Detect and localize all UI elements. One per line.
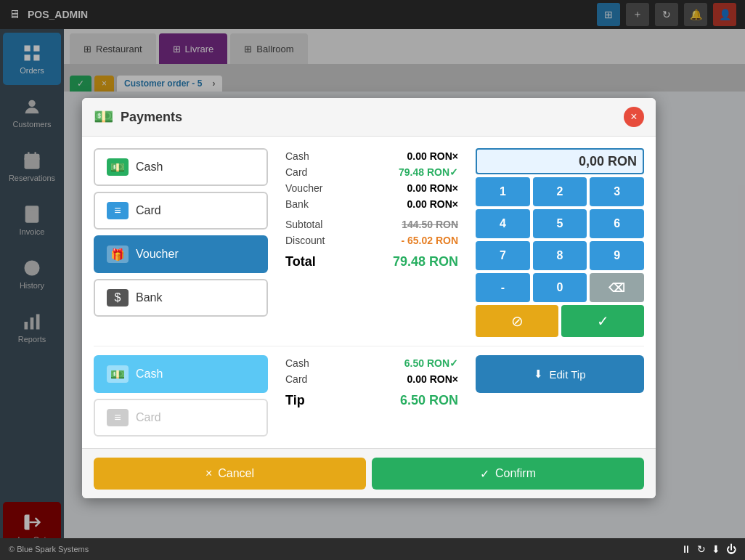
confirm-button[interactable]: ✓ Confirm	[372, 458, 644, 490]
num-2[interactable]: 2	[533, 177, 587, 206]
power-icon[interactable]: ⏻	[726, 543, 736, 555]
num-5[interactable]: 5	[533, 209, 587, 238]
tip-card-summary-value: 0.00 RON×	[407, 373, 458, 385]
subtotal-label: Subtotal	[285, 219, 322, 230]
num-9[interactable]: 9	[590, 241, 644, 270]
card-suffix: ✓	[449, 166, 458, 178]
tip-total-row: Tip 6.50 RON	[285, 390, 458, 411]
numpad-confirm-button[interactable]: ✓	[561, 305, 644, 337]
cancel-button[interactable]: × Cancel	[94, 458, 366, 490]
num-0[interactable]: 0	[533, 273, 587, 302]
card-amount: 79.48 RON	[399, 166, 449, 178]
bank-label: Bank	[136, 291, 162, 304]
cash-amount: 0.00 RON	[407, 150, 452, 162]
card-icon: ≡	[107, 202, 129, 219]
discount-value: - 65.02 RON	[401, 235, 458, 246]
download-icon[interactable]: ⬇	[712, 543, 720, 555]
subtotal-value: 144.50 RON	[402, 219, 458, 230]
voucher-label: Voucher	[136, 248, 179, 261]
bank-suffix: ×	[452, 198, 458, 210]
bank-summary-value: 0.00 RON×	[407, 198, 458, 210]
modal-header: 💵 Payments ×	[82, 98, 656, 137]
num-dash[interactable]: -	[476, 273, 530, 302]
voucher-icon: 🎁	[107, 245, 129, 263]
tip-card-button[interactable]: ≡ Card	[94, 399, 268, 437]
tip-card-amount: 0.00 RON	[407, 373, 452, 385]
tip-cash-suffix: ✓	[449, 357, 458, 369]
confirm-icon: ✓	[480, 467, 489, 481]
numpad-value: 0,00 RON	[579, 154, 637, 169]
edit-tip-button[interactable]: ⬇ Edit Tip	[476, 355, 644, 393]
cash-suffix: ×	[452, 150, 458, 162]
numpad-grid: 1 2 3 4 5 6 7 8 9 - 0 ⌫	[476, 177, 644, 302]
payment-buttons: 💵 Cash ≡ Card 🎁 Voucher $ Bank	[94, 148, 268, 337]
action-buttons: ⊘ ✓	[476, 305, 644, 337]
tip-total-label: Tip	[285, 393, 305, 408]
card-button[interactable]: ≡ Card	[94, 192, 268, 230]
tip-summary: Cash 6.50 RON✓ Card 0.00 RON× Tip 6.50 R…	[280, 355, 464, 437]
modal-body: 💵 Cash ≡ Card 🎁 Voucher $ Bank	[82, 137, 656, 448]
pause-icon[interactable]: ⏸	[681, 543, 691, 555]
num-1[interactable]: 1	[476, 177, 530, 206]
payments-modal: 💵 Payments × 💵 Cash ≡ Card 🎁 Voucher	[82, 98, 656, 498]
cash-summary-label: Cash	[285, 150, 309, 162]
num-8[interactable]: 8	[533, 241, 587, 270]
bank-icon: $	[107, 289, 129, 307]
cancel-label: Cancel	[218, 467, 254, 480]
tip-cash-icon: 💵	[107, 365, 129, 383]
backspace-button[interactable]: ⌫	[590, 273, 644, 302]
confirm-label: Confirm	[495, 467, 536, 480]
voucher-suffix: ×	[452, 182, 458, 194]
modal-title: Payments	[121, 110, 182, 125]
voucher-summary-label: Voucher	[285, 182, 322, 194]
cancel-icon: ×	[205, 467, 212, 480]
discount-row: Discount - 65.02 RON	[285, 232, 458, 248]
tip-card-label: Card	[136, 411, 161, 424]
tip-cash-summary-value: 6.50 RON✓	[404, 357, 458, 369]
bank-amount: 0.00 RON	[407, 198, 452, 210]
num-6[interactable]: 6	[590, 209, 644, 238]
subtotal-row: Subtotal 144.50 RON	[285, 216, 458, 232]
tip-cash-summary-label: Cash	[285, 357, 309, 369]
bottombar-icons: ⏸ ↻ ⬇ ⏻	[681, 543, 736, 555]
sync-icon[interactable]: ↻	[697, 543, 706, 555]
num-3[interactable]: 3	[590, 177, 644, 206]
bank-button[interactable]: $ Bank	[94, 279, 268, 317]
cash-summary-value: 0.00 RON×	[407, 150, 458, 162]
voucher-row: Voucher 0.00 RON×	[285, 180, 458, 196]
voucher-button[interactable]: 🎁 Voucher	[94, 235, 268, 273]
copyright: © Blue Spark Systems	[9, 545, 89, 553]
modal-close-button[interactable]: ×	[624, 107, 644, 127]
tip-card-row: Card 0.00 RON×	[285, 371, 458, 387]
bank-row: Bank 0.00 RON×	[285, 196, 458, 212]
card-label: Card	[136, 204, 161, 217]
card-row: Card 79.48 RON✓	[285, 164, 458, 180]
card-summary-value: 79.48 RON✓	[399, 166, 458, 178]
tip-card-suffix: ×	[452, 373, 458, 385]
tip-section: 💵 Cash ≡ Card Cash 6.50 RON✓ Card	[94, 346, 644, 437]
payment-layout: 💵 Cash ≡ Card 🎁 Voucher $ Bank	[94, 148, 644, 337]
total-row: Total 79.48 RON	[285, 251, 458, 272]
num-7[interactable]: 7	[476, 241, 530, 270]
edit-tip-icon: ⬇	[534, 368, 543, 381]
tip-cash-button[interactable]: 💵 Cash	[94, 355, 268, 393]
total-label: Total	[285, 254, 316, 269]
edit-tip-label: Edit Tip	[549, 368, 585, 381]
voucher-amount: 0.00 RON	[407, 182, 452, 194]
edit-tip-area: ⬇ Edit Tip	[476, 355, 644, 437]
tip-total-value: 6.50 RON	[400, 393, 458, 408]
cash-icon: 💵	[107, 158, 129, 176]
tip-card-summary-label: Card	[285, 373, 307, 385]
cash-label: Cash	[136, 161, 163, 174]
card-summary-label: Card	[285, 166, 307, 178]
num-4[interactable]: 4	[476, 209, 530, 238]
tip-cash-amount: 6.50 RON	[404, 357, 449, 369]
cash-button[interactable]: 💵 Cash	[94, 148, 268, 186]
numpad-display[interactable]: 0,00 RON	[476, 148, 644, 174]
bank-summary-label: Bank	[285, 198, 309, 210]
tip-cash-row: Cash 6.50 RON✓	[285, 355, 458, 371]
tip-cash-label: Cash	[136, 368, 163, 381]
numpad-cancel-button[interactable]: ⊘	[476, 305, 558, 337]
numpad: 0,00 RON 1 2 3 4 5 6 7 8 9 - 0 ⌫ ⊘	[476, 148, 644, 337]
bottombar: © Blue Spark Systems ⏸ ↻ ⬇ ⏻	[0, 538, 745, 560]
